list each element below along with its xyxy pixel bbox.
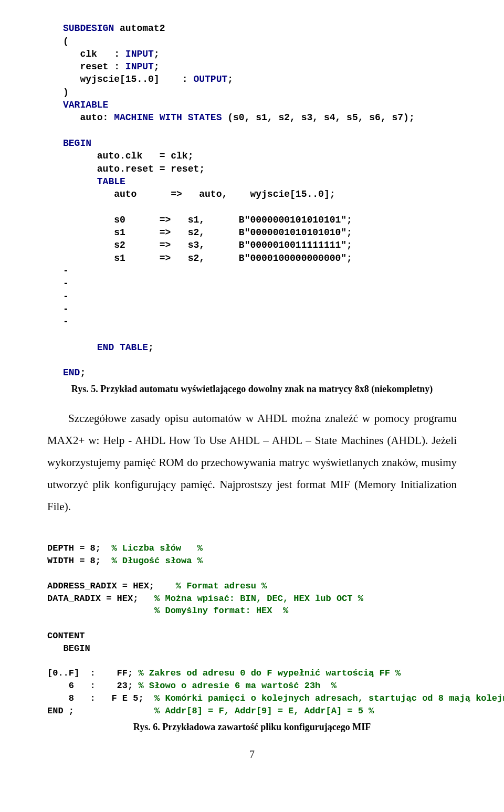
code-keyword: INPUT	[125, 61, 154, 72]
code-comment: % Format adresu %	[176, 581, 267, 591]
figure-caption-6: Rys. 6. Przykładowa zawartość pliku konf…	[47, 722, 457, 733]
code-text: WIDTH = 8;	[47, 556, 111, 566]
code-text: -	[63, 278, 69, 289]
code-text: auto.clk = clk;	[63, 151, 193, 161]
code-keyword: VARIABLE	[63, 100, 108, 110]
code-comment: % Liczba słów %	[111, 543, 202, 553]
code-text: -	[63, 266, 69, 276]
code-block-ahdl: SUBDESIGN automat2 ( clk : INPUT; reset …	[47, 0, 457, 379]
code-text	[47, 606, 154, 616]
code-text: auto.reset = reset;	[63, 164, 205, 174]
code-text: END ;	[47, 706, 154, 716]
code-text: -	[63, 291, 69, 302]
code-block-mif: DEPTH = 8; % Liczba słów % WIDTH = 8; % …	[47, 518, 457, 718]
code-text: s0 => s1, B"0000000101010101";	[63, 215, 352, 225]
code-comment: % Można wpisać: BIN, DEC, HEX lub OCT %	[154, 594, 363, 604]
code-text: ;	[227, 74, 233, 85]
code-keyword: SUBDESIGN	[63, 23, 114, 34]
code-text: clk :	[63, 49, 125, 59]
code-text: DATA_RADIX = HEX;	[47, 594, 154, 604]
code-comment: % Długość słowa %	[111, 556, 202, 566]
paragraph-text: Szczegółowe zasady opisu automatów w AHD…	[47, 407, 457, 518]
code-text: reset :	[63, 61, 125, 72]
code-text	[63, 342, 97, 353]
code-comment: % Domyślny format: HEX %	[154, 606, 288, 616]
code-text: CONTENT	[47, 631, 85, 641]
code-text: (s0, s1, s2, s3, s4, s5, s6, s7);	[222, 112, 414, 123]
code-text: (	[63, 36, 69, 47]
code-text: [0..F] : FF;	[47, 668, 138, 678]
code-text: s1 => s2, B"0000100000000000";	[63, 253, 352, 263]
code-text: ADDRESS_RADIX = HEX;	[47, 581, 176, 591]
code-keyword: BEGIN	[63, 138, 91, 149]
code-text: -	[63, 304, 69, 314]
code-keyword: END TABLE	[97, 342, 148, 353]
code-text: s1 => s2, B"0000001010101010";	[63, 227, 352, 238]
code-text: ;	[154, 49, 160, 59]
code-comment: % Addr[8] = F, Addr[9] = E, Addr[A] = 5 …	[154, 706, 374, 716]
code-comment: % Słowo o adresie 6 ma wartość 23h %	[138, 681, 336, 691]
code-text: wyjscie[15..0] :	[63, 74, 193, 85]
code-text: -	[63, 317, 69, 327]
code-text: BEGIN	[47, 644, 90, 653]
code-text: 8 : F E 5;	[47, 693, 154, 703]
code-text: ;	[148, 342, 154, 353]
body-paragraph: Szczegółowe zasady opisu automatów w AHD…	[47, 407, 457, 518]
code-comment: % Komórki pamięci o kolejnych adresach, …	[154, 693, 504, 703]
code-text: s2 => s3, B"0000010011111111";	[63, 240, 352, 250]
code-keyword: OUTPUT	[193, 74, 227, 85]
code-text: 6 : 23;	[47, 681, 138, 691]
code-text: )	[63, 87, 69, 98]
code-text: automat2	[114, 23, 165, 34]
code-keyword: TABLE	[97, 176, 125, 187]
figure-caption-5: Rys. 5. Przykład automatu wyświetlająceg…	[47, 384, 457, 395]
code-keyword: INPUT	[125, 49, 154, 59]
code-text: ;	[80, 367, 86, 378]
code-text	[63, 176, 97, 187]
code-text: auto => auto, wyjscie[15..0];	[63, 189, 335, 199]
code-text: auto:	[63, 112, 114, 123]
code-keyword: END	[63, 367, 80, 378]
code-comment: % Zakres od adresu 0 do F wypełnić warto…	[138, 668, 401, 678]
code-text: DEPTH = 8;	[47, 543, 111, 553]
code-keyword: MACHINE WITH STATES	[114, 112, 222, 123]
code-text: ;	[154, 61, 160, 72]
page-number: 7	[47, 748, 457, 761]
